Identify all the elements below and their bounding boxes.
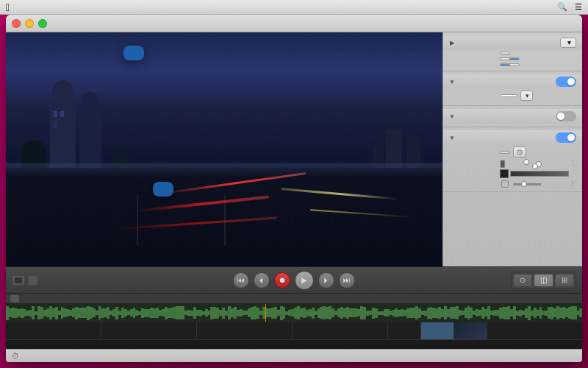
- white-balance-row: [443, 62, 582, 68]
- track-lock-icon[interactable]: [10, 295, 19, 302]
- maximize-button[interactable]: [38, 19, 47, 28]
- points-row: [443, 50, 582, 56]
- tab-compositing[interactable]: ⊞: [555, 274, 574, 287]
- play-button[interactable]: ▶: [295, 271, 314, 290]
- frame-zone-8: [487, 322, 582, 339]
- time-lapse-toggle-icon: ▼: [449, 79, 455, 85]
- bottom-area: ⏮ ⏴ ⏺ ▶ ⏵ ⏭ ⊙ ◫ ⊞: [6, 266, 582, 362]
- frame-zone-6-active[interactable]: [421, 322, 454, 339]
- color-slider-label: ▐▌: [498, 160, 504, 167]
- tilt-shift-toggle-icon: ▼: [449, 135, 455, 141]
- source-dropdown-icon: ▾: [567, 39, 571, 46]
- right-tabs: ⊙ ◫ ⊞: [511, 272, 576, 289]
- light-trail-white-1: [281, 188, 398, 200]
- close-button[interactable]: [12, 19, 21, 28]
- iphone-icon[interactable]: [28, 275, 38, 286]
- exposure-fixed[interactable]: [501, 58, 510, 60]
- time-lapse-toggle-knob: [567, 78, 575, 85]
- sharpen-slider[interactable]: [513, 183, 568, 185]
- transport-bar: ⏮ ⏴ ⏺ ▶ ⏵ ⏭ ⊙ ◫ ⊞: [6, 267, 582, 294]
- frame-zone-2: [101, 322, 197, 339]
- white-balance-unlocked[interactable]: [510, 64, 519, 66]
- timecode-ruler: [6, 339, 582, 349]
- unit-dropdown-icon: ▾: [526, 92, 529, 99]
- frame-strip: [6, 322, 582, 339]
- apple-menu[interactable]: : [6, 1, 10, 13]
- exposure-continuous[interactable]: [510, 58, 519, 60]
- record-button[interactable]: ⏺: [274, 272, 290, 289]
- light-trail-red-1: [159, 172, 306, 195]
- minimize-button[interactable]: [25, 19, 34, 28]
- time-lapse-section: ▼ ▾: [443, 71, 582, 106]
- sharpen-row: ⋮: [443, 180, 582, 188]
- monitor-icon[interactable]: [12, 275, 25, 286]
- building-tower-left: [50, 104, 76, 177]
- content-area: ▶ ▾: [6, 32, 582, 266]
- frame-zone-7: [454, 322, 487, 339]
- color-correction-toggle[interactable]: [556, 111, 576, 121]
- tilt-shift-toggle-knob: [567, 134, 575, 141]
- frame-forward-button[interactable]: ⏵: [318, 272, 334, 289]
- light-trail-white-2: [310, 209, 413, 218]
- color-correction-toggle-knob: [557, 113, 564, 120]
- sharpen-checkbox[interactable]: [501, 180, 509, 188]
- white-balance-segment: [500, 63, 520, 66]
- light-trail-red-3: [115, 216, 277, 230]
- tab-recording[interactable]: ⊙: [513, 274, 532, 287]
- frame-zone-1: [6, 322, 101, 339]
- menubar:  🔍 ☰: [0, 0, 588, 15]
- frame-thumbnail[interactable]: [454, 322, 487, 339]
- light-trail-red-2: [137, 196, 269, 213]
- waveform-track[interactable]: // Generate waveform bars const barCount…: [6, 304, 582, 322]
- tilt-shift-header[interactable]: ▼: [443, 130, 582, 145]
- traffic-lights: [12, 19, 47, 28]
- color-multi-icon[interactable]: ⋮: [570, 160, 576, 167]
- exposure-segment: [500, 57, 520, 60]
- timeline-frames: [6, 322, 582, 339]
- video-panel: [6, 32, 442, 266]
- right-panel: ▶ ▾: [442, 32, 582, 266]
- skip-back-button[interactable]: ⏮: [233, 272, 249, 289]
- source-section-header[interactable]: ▶ ▾: [443, 35, 582, 50]
- frame-zone-5: [388, 322, 421, 339]
- configure-button[interactable]: [500, 52, 510, 54]
- tooltip-time-lapse: [123, 46, 144, 60]
- source-device-select[interactable]: ▾: [560, 38, 576, 48]
- camera-icon-button[interactable]: ⊙: [513, 146, 526, 158]
- frame-zone-3: [197, 322, 293, 339]
- tilt-shift-toggle[interactable]: [556, 132, 576, 143]
- color-gradient-bar: [510, 171, 569, 177]
- color-correction-toggle-icon: ▼: [449, 113, 455, 119]
- color-swatch-row: [443, 168, 582, 180]
- skip-forward-button[interactable]: ⏭: [339, 272, 355, 289]
- capture-every-row: ▾: [443, 89, 582, 102]
- tilt-shift-color-row: ▐▌ ⋮: [443, 159, 582, 168]
- capture-unit-select[interactable]: ▾: [520, 91, 533, 101]
- time-lapse-toggle[interactable]: [556, 77, 576, 87]
- status-bar: ⏱: [6, 349, 582, 362]
- color-correction-header[interactable]: ▼: [443, 109, 582, 124]
- frame-back-button[interactable]: ⏴: [254, 272, 270, 289]
- waveform-bars: // Generate waveform bars const barCount…: [6, 304, 582, 322]
- status-icon: ⏱: [12, 352, 19, 360]
- source-toggle-icon: ▶: [449, 40, 455, 46]
- frame-zone-4: [293, 322, 388, 339]
- time-lapse-header[interactable]: ▼: [443, 74, 582, 89]
- capture-every-value[interactable]: [500, 94, 517, 97]
- timeline-track-header: [6, 294, 582, 304]
- road-area: [6, 168, 442, 266]
- source-section: ▶ ▾: [443, 32, 582, 71]
- menu-list-icon[interactable]: ☰: [575, 2, 582, 12]
- color-correction-section: ▼: [443, 106, 582, 127]
- sharpen-multi-icon[interactable]: ⋮: [570, 180, 576, 188]
- color-swatch-dark[interactable]: [500, 169, 509, 178]
- tilt-shift-configure-button[interactable]: [500, 151, 510, 154]
- main-window: ▶ ▾: [6, 15, 582, 362]
- tab-view[interactable]: ◫: [534, 274, 553, 287]
- geometry-row: ⊙: [443, 145, 582, 159]
- timeline-area: // Generate waveform bars const barCount…: [6, 294, 582, 349]
- tooltip-tilt-shift: [153, 182, 173, 197]
- exposure-row: [443, 56, 582, 62]
- white-balance-locked[interactable]: [501, 64, 510, 66]
- search-icon[interactable]: 🔍: [557, 2, 567, 12]
